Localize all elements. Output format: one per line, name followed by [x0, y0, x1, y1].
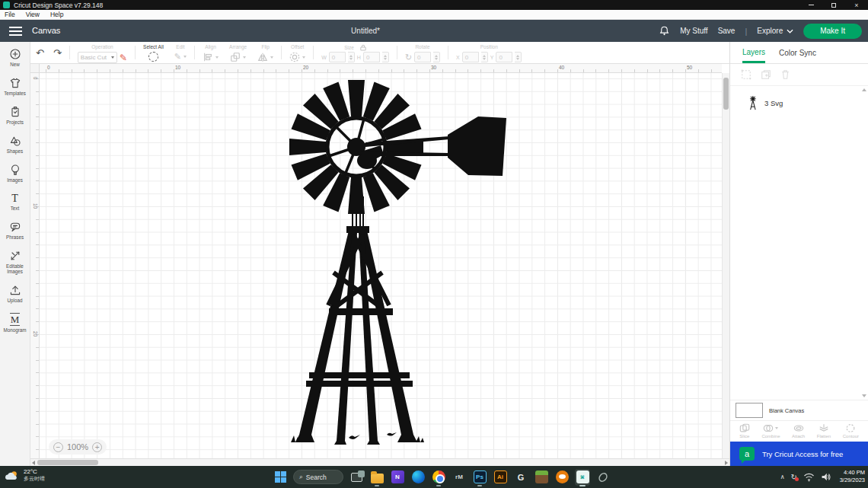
ruler-mark: 50 [687, 65, 692, 70]
tab-layers[interactable]: Layers [742, 43, 765, 63]
contour-button[interactable]: Contour [843, 423, 859, 439]
vertical-scroll-thumb[interactable] [723, 78, 729, 110]
sidebar-item-upload[interactable]: Upload [0, 284, 30, 303]
offset-button[interactable]: Offset [284, 42, 311, 63]
cricut-access-logo-icon: a [739, 447, 755, 461]
menu-help[interactable]: Help [50, 11, 63, 18]
logitech-g-button[interactable]: G [513, 469, 528, 486]
make-it-button[interactable]: Make It [803, 24, 862, 39]
chrome-button[interactable] [431, 469, 446, 486]
height-stepper[interactable] [382, 52, 389, 62]
edit-button[interactable]: Edit ✎ [169, 42, 192, 63]
group-icon[interactable] [741, 69, 752, 80]
y-stepper[interactable] [515, 52, 522, 62]
sidebar-item-new[interactable]: New [0, 48, 30, 67]
search-icon: ⌕ [299, 473, 303, 481]
y-input[interactable]: 0 [496, 52, 512, 62]
taskbar-search[interactable]: ⌕ Search [293, 470, 343, 484]
tab-color-sync[interactable]: Color Sync [779, 43, 816, 62]
menu-file[interactable]: File [5, 11, 15, 18]
zoom-in-button[interactable]: + [92, 442, 102, 452]
width-stepper[interactable] [348, 52, 355, 62]
height-label: H [357, 55, 361, 60]
sidebar-item-images[interactable]: Images [0, 164, 30, 183]
sidebar-item-text[interactable]: T Text [0, 193, 30, 211]
wifi-icon[interactable] [803, 472, 815, 482]
document-title[interactable]: Untitled* [335, 27, 396, 35]
scroll-right-arrow[interactable] [725, 461, 728, 465]
combine-caret-icon [775, 427, 778, 429]
search-label: Search [306, 474, 327, 481]
x-stepper[interactable] [481, 52, 488, 62]
sidebar-item-monogram[interactable]: M Monogram [0, 313, 30, 333]
flip-button[interactable]: Flip [252, 42, 279, 63]
blank-canvas-row[interactable]: Blank Canvas [730, 400, 868, 420]
task-view-button[interactable] [349, 469, 364, 486]
cricut-app-button[interactable]: ⌘ [575, 469, 590, 486]
taskbar-weather-widget[interactable]: 22°C 多云时晴 [5, 468, 45, 483]
horizontal-scroll-thumb[interactable] [37, 460, 98, 465]
operation-select[interactable]: Basic Cut [78, 52, 117, 63]
taskbar-clock[interactable]: 4:40 PM 3/29/2023 [840, 469, 865, 484]
minecraft-button[interactable] [534, 469, 549, 486]
edge-button[interactable] [410, 469, 426, 486]
sync-status-icon[interactable]: ↻ [791, 473, 797, 481]
zoom-out-button[interactable]: − [53, 442, 63, 452]
redo-button[interactable]: ↷ [53, 48, 62, 58]
canvas-vertical-scrollbar[interactable] [722, 73, 729, 458]
combine-button[interactable]: Combine [761, 423, 780, 439]
x-input[interactable]: 0 [462, 52, 479, 62]
file-explorer-button[interactable] [369, 469, 385, 486]
delete-icon[interactable] [780, 69, 790, 80]
close-button[interactable]: × [845, 0, 868, 10]
notifications-bell-icon[interactable] [659, 25, 670, 37]
undo-button[interactable]: ↶ [36, 48, 44, 58]
sidebar-item-editable-images[interactable]: Editable Images [0, 250, 30, 274]
sidebar-item-phrases[interactable]: Phrases [0, 221, 30, 240]
cricut-access-banner[interactable]: a Try Cricut Access for free [730, 442, 868, 466]
rotate-stepper[interactable] [433, 52, 440, 62]
canvas-object-windmill-svg[interactable] [288, 78, 509, 445]
operation-color-pen-icon[interactable]: ✎ [120, 53, 127, 63]
flatten-button[interactable]: Flatten [817, 423, 831, 439]
size-lock-icon[interactable] [360, 44, 366, 51]
select-all-button[interactable]: Select All [138, 42, 169, 63]
sidebar-item-projects[interactable]: Projects [0, 106, 30, 125]
photoshop-button[interactable]: Ps [472, 469, 487, 486]
remarkable-button[interactable]: rM [452, 469, 467, 486]
duplicate-icon[interactable] [761, 69, 771, 80]
size-label-wrap: Size [344, 44, 366, 50]
canvas-horizontal-scrollbar[interactable] [30, 458, 729, 466]
notes-app-button[interactable]: N [390, 469, 405, 486]
attach-button[interactable]: Attach [792, 423, 805, 439]
sidebar-item-shapes[interactable]: Shapes [0, 135, 30, 154]
slice-icon [739, 423, 750, 433]
align-button[interactable]: Align [197, 42, 224, 63]
blender-button[interactable] [554, 469, 570, 486]
list-scroll-up-arrow[interactable] [862, 88, 866, 91]
sidebar-item-templates[interactable]: Templates [0, 77, 30, 96]
menu-view[interactable]: View [26, 11, 40, 18]
arrange-button[interactable]: Arrange [224, 42, 252, 63]
flatten-icon [819, 423, 829, 433]
rotate-input[interactable]: 0 [414, 52, 431, 62]
volume-icon[interactable] [821, 472, 831, 482]
hamburger-menu-icon[interactable] [9, 27, 22, 38]
my-stuff-link[interactable]: My Stuff [680, 27, 708, 35]
slice-button[interactable]: Slice [739, 423, 750, 439]
tray-expand-icon[interactable]: ∧ [780, 474, 785, 480]
layer-item-svg[interactable]: 3 Svg [730, 86, 868, 112]
minimize-button[interactable] [799, 0, 822, 10]
list-scroll-down-arrow[interactable] [862, 394, 866, 397]
clip-tool-button[interactable] [595, 469, 611, 486]
design-canvas[interactable]: − 100% + [40, 73, 722, 458]
illustrator-button[interactable]: Ai [493, 469, 508, 486]
start-button[interactable] [273, 469, 288, 486]
width-input[interactable]: 0 [329, 52, 346, 62]
scroll-left-arrow[interactable] [32, 461, 35, 465]
explore-menu[interactable]: Explore [757, 27, 793, 35]
height-input[interactable]: 0 [363, 52, 380, 62]
save-link[interactable]: Save [718, 27, 736, 35]
maximize-button[interactable] [822, 0, 845, 10]
sidebar-label: Phrases [6, 234, 24, 240]
